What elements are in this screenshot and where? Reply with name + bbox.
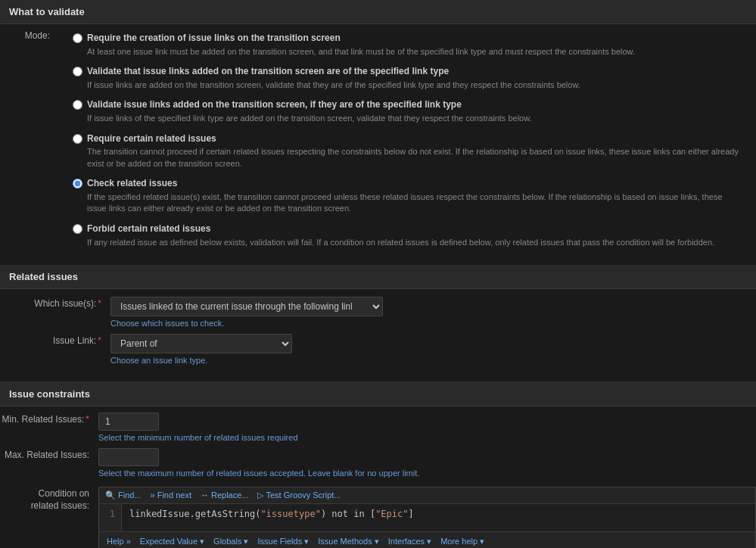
mode-radio-2[interactable] — [73, 67, 82, 76]
min-issues-input[interactable] — [98, 413, 159, 431]
condition-row: Condition onrelated issues: 🔍 Find... » … — [0, 484, 756, 548]
mode-desc-1: At least one issue link must be added on… — [87, 46, 635, 58]
find-next-button[interactable]: » Find next — [151, 490, 191, 500]
mode-label-1: Require the creation of issue links on t… — [87, 32, 635, 45]
min-issues-hint: Select the minimum number of related iss… — [98, 433, 756, 442]
related-issues-header: Related issues — [0, 265, 756, 289]
groovy-code[interactable]: linkedIssue.getAsString("issuetype") not… — [122, 504, 755, 531]
mode-desc-5: If the specified related issue(s) exist,… — [87, 191, 744, 215]
groovy-help-bar: Help » Expected Value ▾ Globals ▾ Issue … — [99, 531, 755, 548]
max-issues-hint: Select the maximum number of related iss… — [98, 469, 756, 478]
groovy-toolbar: 🔍 Find... » Find next ↔ Replace... ▷ — [99, 487, 755, 504]
mode-label-6: Forbid certain related issues — [87, 223, 714, 235]
mode-item-6: Forbid certain related issues If any rel… — [73, 223, 744, 248]
more-help-link[interactable]: More help ▾ — [440, 535, 490, 548]
issue-constraints-header: Issue constraints — [0, 382, 756, 406]
mode-label-2: Validate that issue links added on the t… — [87, 65, 580, 78]
max-issues-label: Max. Related Issues: — [0, 448, 98, 460]
mode-item-5: Check related issues If the specified re… — [73, 177, 744, 215]
mode-desc-2: If issue links are added on the transiti… — [87, 79, 580, 91]
globals-link[interactable]: Globals ▾ — [213, 535, 254, 548]
mode-label: Mode: — [12, 29, 58, 41]
min-issues-row: Min. Related Issues: Select the minimum … — [0, 413, 756, 442]
line-numbers: 1 — [99, 504, 122, 531]
mode-desc-3: If issue links of the specified link typ… — [87, 113, 532, 124]
replace-icon: ↔ — [201, 490, 209, 500]
mode-radio-3[interactable] — [73, 100, 82, 110]
which-issues-row: Which issue(s): Issues linked to the cur… — [12, 297, 744, 328]
test-groovy-button[interactable]: ▷ Test Groovy Script... — [257, 490, 341, 500]
condition-label: Condition onrelated issues: — [0, 484, 98, 512]
which-issues-dropdown[interactable]: Issues linked to the current issue throu… — [110, 297, 383, 316]
mode-desc-4: The transition cannot proceed if certain… — [87, 146, 744, 170]
issue-link-label: Issue Link: — [12, 334, 110, 346]
max-issues-input[interactable] — [98, 448, 159, 466]
mode-item-1: Require the creation of issue links on t… — [73, 32, 744, 58]
which-issues-label: Which issue(s): — [12, 297, 110, 309]
groovy-editor: 🔍 Find... » Find next ↔ Replace... ▷ — [98, 487, 756, 548]
mode-label-4: Require certain related issues — [87, 132, 744, 145]
min-issues-label: Min. Related Issues: — [0, 413, 98, 425]
replace-button[interactable]: ↔ Replace... — [201, 490, 249, 500]
groovy-code-area: 1 linkedIssue.getAsString("issuetype") n… — [99, 504, 755, 531]
find-next-icon: » — [151, 490, 155, 500]
mode-desc-6: If any related issue as defined below ex… — [87, 237, 714, 248]
max-issues-control: Select the maximum number of related iss… — [98, 448, 756, 478]
issue-link-control: Parent of Blocks Clones Duplicates is bl… — [110, 334, 744, 365]
issue-link-row: Issue Link: Parent of Blocks Clones Dupl… — [12, 334, 744, 365]
mode-item-4: Require certain related issues The trans… — [73, 132, 744, 170]
issue-constraints-section: Issue constraints Min. Related Issues: S… — [0, 382, 756, 548]
mode-radio-6[interactable] — [73, 224, 82, 234]
issue-link-hint: Choose an issue link type. — [110, 356, 744, 365]
related-issues-section: Related issues Which issue(s): Issues li… — [0, 265, 756, 382]
issue-link-dropdown[interactable]: Parent of Blocks Clones Duplicates is bl… — [110, 334, 292, 353]
test-icon: ▷ — [257, 490, 263, 500]
which-issues-control: Issues linked to the current issue throu… — [110, 297, 744, 328]
mode-item-3: Validate issue links added on the transi… — [73, 98, 744, 124]
issue-methods-link[interactable]: Issue Methods ▾ — [318, 535, 385, 548]
min-issues-control: Select the minimum number of related iss… — [98, 413, 756, 442]
mode-item-2: Validate that issue links added on the t… — [73, 65, 744, 91]
interfaces-link[interactable]: Interfaces ▾ — [388, 535, 437, 548]
expected-value-link[interactable]: Expected Value ▾ — [140, 535, 210, 548]
what-to-validate-header: What to validate — [0, 0, 756, 24]
find-button[interactable]: 🔍 Find... — [105, 490, 142, 500]
condition-control: 🔍 Find... » Find next ↔ Replace... ▷ — [98, 484, 756, 548]
what-to-validate-section: What to validate Mode: Require the creat… — [0, 0, 756, 265]
mode-radio-4[interactable] — [73, 134, 82, 144]
mode-radio-group: Require the creation of issue links on t… — [58, 29, 744, 259]
mode-label-3: Validate issue links added on the transi… — [87, 98, 532, 111]
mode-radio-5[interactable] — [73, 179, 82, 188]
mode-radio-1[interactable] — [73, 33, 82, 43]
mode-label-5: Check related issues — [87, 177, 744, 190]
search-icon: 🔍 — [105, 490, 116, 500]
max-issues-row: Max. Related Issues: Select the maximum … — [0, 448, 756, 478]
issue-fields-link[interactable]: Issue Fields ▾ — [257, 535, 315, 548]
which-issues-hint: Choose which issues to check. — [110, 319, 744, 328]
help-link[interactable]: Help » — [107, 535, 137, 547]
